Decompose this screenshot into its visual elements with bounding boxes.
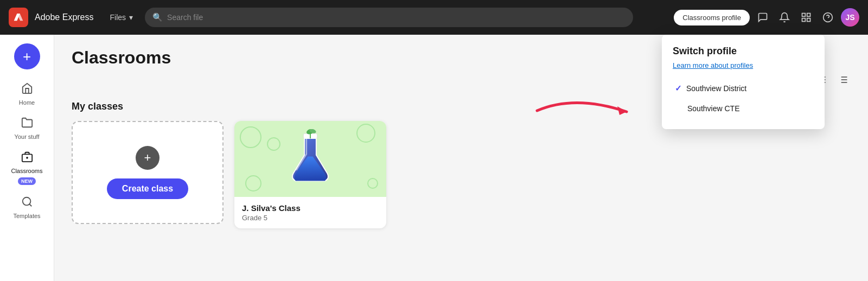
class-card-info: J. Silva's Class Grade 5	[234, 197, 386, 228]
adobe-logo[interactable]	[9, 8, 28, 27]
search-bar: 🔍	[145, 8, 633, 27]
chevron-down-icon: ▾	[129, 13, 133, 22]
search-input[interactable]	[167, 13, 626, 22]
templates-icon	[21, 196, 33, 210]
svg-rect-2	[802, 18, 806, 22]
svg-rect-1	[807, 14, 810, 17]
classrooms-icon	[21, 151, 33, 165]
create-class-card[interactable]: + Create class	[72, 121, 224, 224]
create-class-button[interactable]: Create class	[107, 178, 188, 199]
sidebar-item-templates[interactable]: Templates	[5, 191, 49, 223]
class-card-0[interactable]: J. Silva's Class Grade 5	[234, 121, 386, 228]
svg-point-8	[22, 197, 30, 206]
avatar[interactable]: JS	[841, 8, 859, 27]
sidebar-item-classrooms[interactable]: Classrooms NEW	[5, 146, 49, 189]
class-name: J. Silva's Class	[242, 203, 379, 213]
top-navigation: Adobe Express Files ▾ 🔍 Classrooms profi…	[0, 0, 868, 35]
profile-item-southview-district[interactable]: ✓ Southview District	[673, 78, 814, 99]
flask-icon	[286, 129, 335, 189]
nav-actions: Classrooms profile JS	[674, 8, 859, 27]
apps-icon-button[interactable]	[797, 9, 815, 26]
class-card-image	[234, 121, 386, 197]
your-stuff-icon	[21, 117, 33, 131]
notifications-icon-button[interactable]	[776, 9, 793, 26]
create-class-plus-icon: +	[136, 146, 159, 170]
sidebar-item-your-stuff[interactable]: Your stuff	[5, 112, 49, 144]
chat-icon-button[interactable]	[754, 9, 771, 26]
new-badge: NEW	[18, 177, 36, 185]
switch-profile-dropdown: Switch profile Learn more about profiles…	[662, 35, 825, 129]
home-icon	[21, 82, 33, 97]
files-dropdown[interactable]: Files ▾	[105, 10, 139, 25]
sidebar-item-classrooms-label: Classrooms	[11, 168, 42, 174]
help-icon-button[interactable]	[819, 9, 837, 26]
search-icon: 🔍	[152, 12, 163, 22]
class-grade: Grade 5	[242, 214, 379, 222]
checkmark-icon: ✓	[675, 84, 682, 93]
svg-line-9	[29, 204, 31, 206]
sidebar-item-home[interactable]: Home	[5, 78, 49, 110]
svg-rect-0	[802, 14, 806, 17]
sidebar-item-templates-label: Templates	[13, 213, 40, 219]
profile-item-southview-cte[interactable]: Southview CTE	[673, 99, 814, 118]
learn-more-link[interactable]: Learn more about profiles	[673, 61, 814, 69]
classrooms-profile-button[interactable]: Classrooms profile	[674, 10, 750, 25]
sidebar-item-your-stuff-label: Your stuff	[15, 133, 40, 140]
dropdown-title: Switch profile	[673, 46, 814, 57]
list-view-icon-button[interactable]	[835, 72, 851, 90]
classes-grid: + Create class	[72, 121, 851, 228]
sidebar: + Home Your stuff	[0, 35, 54, 281]
sidebar-add-button[interactable]: +	[14, 43, 40, 69]
svg-rect-3	[807, 18, 810, 22]
app-name: Adobe Express	[35, 12, 94, 22]
sidebar-item-home-label: Home	[19, 99, 35, 106]
